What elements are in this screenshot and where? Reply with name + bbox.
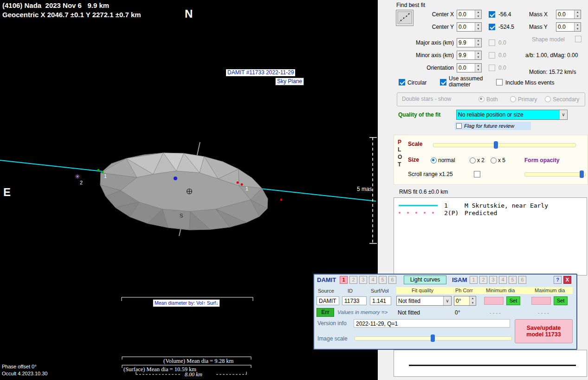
spin-up-icon[interactable]: ▲ [475,39,481,43]
damit-model-6-button[interactable]: 6 [388,276,396,284]
spin-down-icon[interactable]: ▼ [475,55,481,59]
quality-of-fit-dropdown[interactable]: No reliable position or size ∨ [456,110,568,120]
values-in-memory-label: Values in memory => [337,309,388,315]
chord-1-start-label: 1 [104,173,107,179]
observations-list[interactable]: 1 M Skrutskie, near Early 2(P) Predicted [394,197,587,275]
damit-model-2-button[interactable]: 2 [349,276,357,284]
id-value-field[interactable]: 11733 [342,296,367,305]
spin-up-icon[interactable]: ▲ [575,23,581,27]
isam-model-2-button[interactable]: 2 [479,276,487,284]
double-stars-both-radio[interactable] [478,96,485,102]
isam-model-3-button[interactable]: 3 [489,276,497,284]
mass-y-spinner[interactable]: 0.0 ▲▼ [556,22,581,32]
set-min-dia-button[interactable]: Set [506,296,520,305]
image-scale-slider[interactable] [355,336,512,341]
include-miss-events-checkbox[interactable] [496,79,503,85]
spin-up-icon[interactable]: ▲ [475,64,481,68]
min-dia-field[interactable] [484,297,504,305]
double-stars-label: Double stars - show [402,96,451,102]
help-button[interactable]: ? [554,276,562,284]
size-x5-radio[interactable] [491,157,497,164]
double-stars-primary-radio[interactable] [510,96,516,102]
sky-plane-tag[interactable]: Sky Plane [275,78,304,85]
save-update-model-button[interactable]: Save/update model 11733 [515,319,573,343]
center-x-checkbox[interactable] [489,11,495,18]
size-normal-radio[interactable] [431,157,437,164]
light-curves-button[interactable]: Light curves [404,275,446,284]
spin-up-icon[interactable]: ▲ [475,10,481,14]
flag-review-checkbox[interactable] [456,123,462,129]
circular-checkbox[interactable] [399,79,405,85]
opacity-slider-thumb[interactable] [580,170,584,178]
center-of-mass-icon [187,189,192,194]
isam-model-1-button[interactable]: 1 [470,276,478,284]
mass-x-spin-buttons[interactable]: ▲▼ [574,10,581,19]
canvas-geocentric: Geocentric X 2046.7 ±0.1 Y 2272.1 ±0.7 k… [2,11,141,19]
image-scale-slider-thumb[interactable] [431,334,435,342]
minor-axis-spinner[interactable]: 9.9 ▲▼ [457,51,482,60]
scale-slider[interactable] [433,143,576,147]
set-max-dia-button[interactable]: Set [554,296,568,305]
orientation-spinner[interactable]: 0.0 ▲▼ [457,63,482,72]
use-assumed-diameter-checkbox[interactable] [440,79,446,85]
spin-down-icon[interactable]: ▼ [470,301,476,306]
center-y-spin-buttons[interactable]: ▲▼ [475,23,481,31]
damit-model-tag[interactable]: DAMIT #11733 2022-11-29 [226,69,295,76]
max-dia-field[interactable] [531,297,551,305]
mass-x-spinner[interactable]: 0.0 ▲▼ [556,10,581,19]
spin-down-icon[interactable]: ▼ [475,27,481,31]
double-stars-secondary-radio[interactable] [545,96,551,102]
fit-quality-dropdown[interactable]: Not fitted ∨ [396,296,452,306]
spin-up-icon[interactable]: ▲ [475,23,481,27]
damit-model-3-button[interactable]: 3 [359,276,367,284]
spin-down-icon[interactable]: ▼ [475,14,481,19]
isam-model-6-button[interactable]: 6 [518,276,526,284]
spin-down-icon[interactable]: ▼ [475,68,481,72]
major-axis-spin-buttons[interactable]: ▲▼ [475,39,481,47]
spin-up-icon[interactable]: ▲ [575,10,581,14]
center-y-checkbox[interactable] [489,24,495,30]
version-info-field[interactable]: 2022-11-29, Q=1 [354,319,510,328]
damit-isam-panel: DAMIT 1 2 3 4 5 6 Light curves ISAM 1 2 … [313,274,577,350]
spin-down-icon[interactable]: ▼ [575,27,581,31]
err-button[interactable]: Err [317,308,334,317]
spin-up-icon[interactable]: ▲ [475,51,481,55]
size-x2-radio[interactable] [470,157,476,164]
damit-model-5-button[interactable]: 5 [379,276,387,284]
min-dia-column-header: Minimum dia [486,288,515,293]
list-item[interactable]: 2(P) Predicted [394,209,587,216]
best-fit-chart-button[interactable] [396,10,414,26]
memory-max-dia: - - - - [538,310,549,315]
major-axis-spinner[interactable]: 9.9 ▲▼ [457,38,482,47]
horizontal-scrollbar[interactable] [409,365,576,366]
dropdown-arrow-icon[interactable]: ∨ [559,110,567,119]
damit-model-4-button[interactable]: 4 [369,276,377,284]
orientation-spin-buttons[interactable]: ▲▼ [475,64,481,72]
ph-corr-spin-buttons[interactable]: ▲▼ [469,296,476,305]
plot-letter-p: P [398,139,401,145]
chord-start-marker [97,169,99,171]
spin-down-icon[interactable]: ▼ [575,14,581,19]
center-x-spinner[interactable]: 0.0 ▲▼ [457,10,482,19]
mass-y-spin-buttons[interactable]: ▲▼ [574,23,581,31]
center-y-spinner[interactable]: 0.0 ▲▼ [457,22,482,32]
minor-axis-spin-buttons[interactable]: ▲▼ [475,51,481,59]
form-opacity-button[interactable]: Form opacity [524,157,559,164]
ph-corr-spinner[interactable]: 0° ▲▼ [454,296,476,306]
opacity-slider[interactable] [524,172,586,177]
spin-up-icon[interactable]: ▲ [470,296,476,301]
list-item[interactable]: 1 M Skrutskie, near Early [394,202,587,209]
orientation-result: 0.0 [498,65,506,71]
isam-model-5-button[interactable]: 5 [509,276,517,284]
shape-model-checkbox[interactable] [575,36,582,42]
mean-diameter-selector[interactable]: Mean diameter by: Vol↑ Surf↓ [153,299,220,307]
scroll-range-checkbox[interactable] [474,171,480,177]
scale-slider-thumb[interactable] [494,141,498,149]
dropdown-arrow-icon[interactable]: ∨ [443,296,451,305]
isam-model-4-button[interactable]: 4 [499,276,507,284]
damit-model-1-button[interactable]: 1 [340,276,348,284]
spin-down-icon[interactable]: ▼ [475,43,481,47]
close-button[interactable]: X [563,276,571,284]
center-x-spin-buttons[interactable]: ▲▼ [475,10,481,19]
isam-title: ISAM [452,276,467,283]
